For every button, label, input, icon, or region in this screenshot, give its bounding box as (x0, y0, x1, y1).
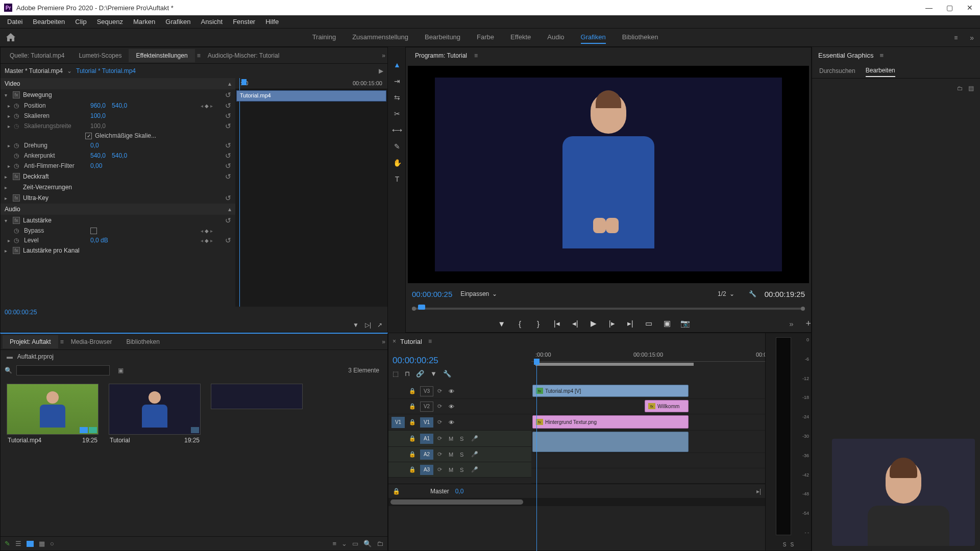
clip-v3[interactable]: fxTutorial.mp4 [V] (532, 385, 689, 397)
panel-menu-icon[interactable]: ≡ (428, 338, 432, 345)
stopwatch-icon[interactable]: ◷ (14, 112, 21, 119)
play-only-icon[interactable]: ▷| (365, 321, 371, 329)
add-marker-button[interactable]: ▼ (497, 319, 507, 328)
bin-item[interactable]: Tutorial19:25 (109, 384, 201, 446)
close-icon[interactable]: × (393, 338, 396, 345)
fx-icon[interactable]: fx (13, 194, 20, 202)
audio-section-header[interactable]: Audio▴ (1, 204, 235, 215)
menu-ansicht[interactable]: Ansicht (195, 16, 228, 28)
workspace-overflow-icon[interactable]: » (970, 34, 974, 42)
lock-icon[interactable]: 🔒 (393, 488, 400, 495)
track-target[interactable]: A1 (420, 434, 433, 444)
timeline-tracks[interactable]: fxTutorial.mp4 [V] fxWillkomm fxHintergr… (531, 384, 765, 484)
track-header-v3[interactable]: 🔒V3⟳👁 (388, 384, 531, 399)
fx-icon[interactable]: fx (13, 173, 20, 180)
scrollbar-thumb[interactable] (390, 499, 523, 505)
timeline-hscroll[interactable] (388, 498, 765, 506)
export-frame-button[interactable]: 📷 (680, 319, 691, 328)
go-to-in-button[interactable]: |◂ (552, 319, 562, 328)
go-to-out-button[interactable]: ▸| (625, 319, 635, 328)
track-target[interactable]: V1 (420, 417, 433, 428)
sequence-clip-label[interactable]: Tutorial * Tutorial.mp4 (76, 67, 136, 74)
fx-ultrakey[interactable]: ▸fx Ultra-Key ↺ (1, 192, 235, 204)
chevron-down-icon[interactable]: ⌄ (67, 67, 72, 74)
reset-icon[interactable]: ↺ (225, 141, 231, 149)
workspace-tab-effekte[interactable]: Effekte (510, 31, 531, 44)
stopwatch-icon[interactable]: ◷ (14, 227, 21, 234)
workspace-tab-bearbeitung[interactable]: Bearbeitung (425, 31, 460, 44)
zoom-slider-icon[interactable]: ○ (50, 540, 54, 547)
workspace-menu-icon[interactable]: ≡ (954, 34, 958, 41)
stopwatch-icon[interactable]: ◷ (14, 142, 21, 149)
source-tab[interactable]: Lumetri-Scopes (71, 49, 129, 62)
add-keyframe-icon[interactable]: ◆ (205, 103, 209, 109)
skalieren-value[interactable]: 100,0 (90, 112, 106, 119)
lift-button[interactable]: ▭ (644, 319, 654, 328)
stopwatch-icon[interactable]: ◷ (14, 152, 21, 159)
program-scrubber[interactable] (412, 303, 805, 315)
snap-icon[interactable]: ⊓ (405, 370, 410, 378)
close-button[interactable]: ✕ (964, 2, 976, 14)
razor-tool[interactable]: ✂ (391, 108, 403, 119)
sync-lock-icon[interactable]: ⟳ (437, 403, 445, 410)
menu-clip[interactable]: Clip (70, 16, 91, 28)
workspace-tab-bibliotheken[interactable]: Bibliotheken (622, 31, 658, 44)
home-icon[interactable] (6, 33, 16, 42)
twirl-icon[interactable]: ▸ (8, 103, 10, 109)
panel-menu-icon[interactable]: ≡ (60, 338, 64, 345)
menu-bearbeiten[interactable]: Bearbeiten (28, 16, 70, 28)
level-value[interactable]: 0,0 dB (90, 237, 108, 244)
master-track[interactable]: 🔒 Master 0,0 ▸| (388, 484, 765, 498)
panel-menu-icon[interactable]: ≡ (474, 52, 478, 59)
video-section-header[interactable]: Video▴ (1, 78, 235, 89)
track-header-a2[interactable]: 🔒A2⟳MS🎤 (388, 447, 531, 462)
panel-menu-icon[interactable]: ≡ (197, 52, 201, 59)
program-tab[interactable]: Programm: Tutorial (410, 49, 472, 62)
reset-icon[interactable]: ↺ (225, 172, 231, 181)
reset-icon[interactable]: ↺ (225, 122, 231, 130)
menu-datei[interactable]: Datei (2, 16, 28, 28)
fx-icon[interactable]: fx (13, 91, 20, 98)
chevrons-icon[interactable]: » (789, 319, 793, 328)
reset-icon[interactable]: ↺ (225, 216, 231, 224)
selection-tool[interactable]: ▲ (391, 59, 403, 70)
menu-sequenz[interactable]: Sequenz (92, 16, 128, 28)
folder-icon[interactable]: 🗀 (957, 85, 963, 92)
twirl-icon[interactable]: ▸ (8, 113, 10, 119)
extract-button[interactable]: ▣ (662, 319, 672, 328)
timeline-playhead[interactable] (536, 360, 537, 551)
fx-deckkraft[interactable]: ▸fx Deckkraft ↺ (1, 171, 235, 182)
twirl-icon[interactable]: ▸ (8, 163, 10, 169)
clip-v1[interactable]: fxHintergrund Textur.png (532, 415, 689, 429)
resolution-dropdown[interactable]: 1/2⌄ (718, 290, 734, 297)
work-area-bar[interactable] (535, 363, 694, 366)
mute-button[interactable]: M (449, 436, 456, 442)
clip-thumbnail[interactable] (211, 384, 303, 409)
overflow-icon[interactable]: » (382, 338, 385, 345)
clip-a1[interactable] (532, 432, 689, 452)
reset-icon[interactable]: ↺ (225, 91, 231, 99)
layers-icon[interactable]: ▤ (968, 85, 974, 92)
menu-hilfe[interactable]: Hilfe (260, 16, 284, 28)
track-header-a1[interactable]: 🔒A1⟳MS🎤 (388, 431, 531, 447)
prev-keyframe-icon[interactable]: ◂ (201, 103, 203, 109)
lock-icon[interactable]: 🔒 (409, 388, 416, 394)
marker-icon[interactable]: ▼ (430, 370, 437, 378)
step-back-button[interactable]: ◂| (570, 319, 580, 328)
fx-lautstarke-kanal[interactable]: ▸fx Lautstärke pro Kanal (1, 245, 235, 256)
fit-dropdown[interactable]: Einpassen⌄ (460, 290, 497, 297)
track-header-v1[interactable]: V1🔒V1⟳👁 (388, 414, 531, 431)
chevron-down-icon[interactable]: ⌄ (341, 540, 347, 547)
type-tool[interactable]: T (391, 173, 403, 185)
eg-tab-bearbeiten[interactable]: Bearbeiten (866, 65, 895, 77)
ankerpunkt-y-value[interactable]: 540,0 (112, 152, 127, 159)
skip-icon[interactable]: ▸| (756, 488, 761, 495)
project-tab[interactable]: Media-Browser (64, 335, 119, 348)
overflow-icon[interactable]: » (382, 52, 385, 59)
track-target[interactable]: V2 (420, 402, 433, 412)
source-tab[interactable]: Audioclip-Mischer: Tutorial (201, 49, 287, 62)
reset-icon[interactable]: ↺ (225, 102, 231, 110)
eye-icon[interactable]: 👁 (449, 388, 456, 394)
track-target[interactable]: V3 (420, 386, 433, 396)
antiflimmer-value[interactable]: 0,00 (90, 162, 102, 169)
